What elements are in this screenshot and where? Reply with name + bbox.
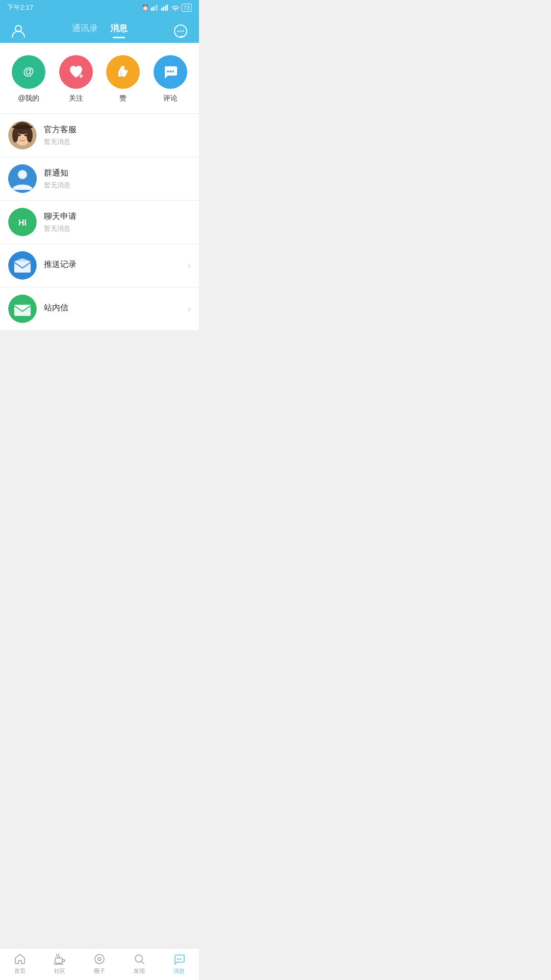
svg-point-18 — [172, 70, 174, 72]
signal2-icon — [161, 5, 169, 11]
empty-section — [0, 331, 199, 433]
notif-at-label: @我的 — [18, 94, 39, 103]
msg-item-official[interactable]: 官方客服 暂无消息 — [0, 114, 199, 157]
push-arrow-icon: › — [188, 260, 191, 271]
profile-button[interactable] — [9, 22, 28, 40]
msg-item-push[interactable]: 推送记录 › — [0, 244, 199, 287]
svg-text:+: + — [79, 71, 83, 80]
svg-point-27 — [22, 137, 23, 138]
msg-item-chat-request[interactable]: HI 聊天申请 暂无消息 — [0, 201, 199, 244]
avatar-inbox — [8, 295, 37, 323]
svg-rect-6 — [165, 6, 166, 11]
svg-rect-1 — [153, 7, 154, 11]
status-bar: 下午2:17 ⏰ — [0, 0, 199, 14]
svg-point-22 — [12, 128, 18, 142]
avatar-group — [8, 164, 37, 193]
msg-content-inbox: 站内信 — [44, 303, 188, 315]
avatar-push — [8, 251, 37, 280]
svg-rect-4 — [161, 8, 163, 11]
svg-point-23 — [27, 128, 33, 142]
inbox-arrow-icon: › — [188, 304, 191, 314]
msg-content-official: 官方客服 暂无消息 — [44, 125, 191, 146]
notif-follow-label: 关注 — [69, 94, 83, 103]
like-circle — [106, 55, 140, 89]
notif-at[interactable]: @ @我的 — [12, 55, 45, 103]
svg-point-24 — [12, 125, 33, 129]
tab-contacts[interactable]: 通讯录 — [72, 22, 98, 37]
at-circle: @ — [12, 55, 45, 89]
notifications-section: @ @我的 + 关注 赞 — [0, 43, 199, 114]
svg-point-12 — [183, 31, 184, 32]
notif-comment-label: 评论 — [163, 94, 178, 103]
msg-item-group[interactable]: 群通知 暂无消息 — [0, 157, 199, 201]
svg-point-11 — [180, 31, 182, 32]
svg-point-29 — [18, 170, 27, 179]
msg-name-chat-request: 聊天申请 — [44, 211, 191, 222]
svg-text:HI: HI — [18, 218, 27, 227]
status-icons: ⏰ 73 — [142, 4, 192, 12]
svg-rect-33 — [14, 261, 31, 273]
notif-like[interactable]: 赞 — [106, 55, 140, 103]
notif-comment[interactable]: 评论 — [154, 55, 187, 103]
svg-rect-0 — [151, 8, 153, 11]
svg-text:@: @ — [23, 65, 34, 78]
nav-tabs: 通讯录 消息 — [72, 22, 128, 40]
msg-preview-chat-request: 暂无消息 — [44, 224, 191, 233]
msg-content-push: 推送记录 — [44, 259, 188, 272]
msg-preview-group: 暂无消息 — [44, 181, 191, 190]
notif-follow[interactable]: + 关注 — [59, 55, 93, 103]
avatar-official — [8, 121, 37, 150]
header: 通讯录 消息 — [0, 14, 199, 43]
msg-preview-official: 暂无消息 — [44, 137, 191, 146]
svg-rect-2 — [155, 6, 156, 11]
wifi-icon — [171, 5, 180, 11]
battery-indicator: 73 — [182, 4, 192, 12]
message-list: 官方客服 暂无消息 群通知 暂无消息 — [0, 114, 199, 331]
msg-name-official: 官方客服 — [44, 125, 191, 135]
svg-point-10 — [178, 31, 179, 32]
msg-name-inbox: 站内信 — [44, 303, 188, 313]
tab-messages[interactable]: 消息 — [110, 22, 128, 37]
msg-name-group: 群通知 — [44, 168, 191, 179]
svg-rect-3 — [156, 5, 158, 11]
svg-point-17 — [169, 70, 171, 72]
msg-content-group: 群通知 暂无消息 — [44, 168, 191, 190]
svg-rect-15 — [118, 71, 121, 77]
svg-point-26 — [24, 134, 27, 136]
chat-icon-button[interactable] — [171, 22, 190, 40]
msg-item-inbox[interactable]: 站内信 › — [0, 287, 199, 331]
notif-like-label: 赞 — [119, 94, 127, 103]
svg-rect-7 — [166, 5, 168, 11]
signal-icon — [151, 5, 159, 11]
msg-content-chat-request: 聊天申请 暂无消息 — [44, 211, 191, 233]
status-time: 下午2:17 — [7, 3, 33, 12]
svg-rect-5 — [163, 7, 164, 11]
svg-point-25 — [18, 134, 21, 136]
comment-circle — [154, 55, 187, 89]
follow-circle: + — [59, 55, 93, 89]
msg-name-push: 推送记录 — [44, 259, 188, 270]
alarm-icon: ⏰ — [142, 5, 149, 11]
avatar-chat-request: HI — [8, 208, 37, 236]
svg-point-16 — [167, 70, 169, 72]
